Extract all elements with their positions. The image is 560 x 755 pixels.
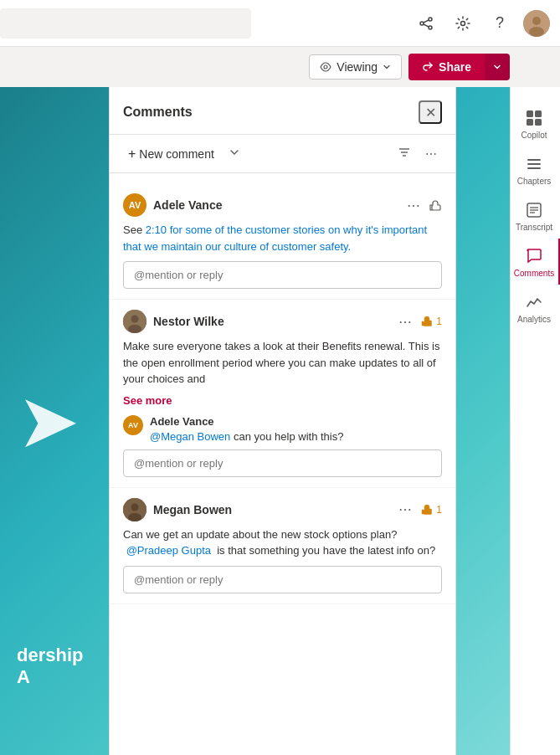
timestamp-link[interactable]: 2:10 xyxy=(146,223,167,236)
comments-more-button[interactable]: ⋯ xyxy=(422,144,442,164)
reply-input[interactable] xyxy=(123,449,442,477)
comment-author-row: Megan Bowen ⋯ 1 xyxy=(123,498,442,521)
like-button[interactable] xyxy=(429,198,442,212)
comments-panel: Comments ✕ + New comment ⋯ AV xyxy=(109,87,456,755)
svg-line-3 xyxy=(424,20,429,23)
comment-author-row: Nestor Wilke ⋯ 1 xyxy=(123,310,442,333)
svg-point-25 xyxy=(131,316,139,323)
reply-author-name: Adele Vance xyxy=(150,415,442,428)
new-comment-dropdown[interactable] xyxy=(226,144,243,163)
comment-body: See 2:10 for some of the customer storie… xyxy=(123,222,442,254)
reply-input[interactable] xyxy=(123,566,442,593)
comment-more-button[interactable]: ⋯ xyxy=(395,500,415,519)
new-comment-label: New comment xyxy=(139,147,213,161)
comments-list: AV Adele Vance ⋯ See 2:10 for some of th… xyxy=(110,173,455,755)
author-name: Megan Bowen xyxy=(153,503,232,516)
svg-line-4 xyxy=(424,24,429,27)
svg-point-1 xyxy=(429,18,432,21)
sort-button[interactable] xyxy=(393,141,415,166)
sidebar-chapters-label: Chapters xyxy=(517,177,552,186)
help-icon[interactable]: ? xyxy=(486,10,513,37)
like-count: 1 xyxy=(436,316,442,327)
svg-point-29 xyxy=(128,513,141,521)
avatar xyxy=(123,498,146,521)
comment-more-button[interactable]: ⋯ xyxy=(395,312,415,331)
comment-actions: ⋯ 1 xyxy=(395,500,442,519)
like-count: 1 xyxy=(436,504,442,516)
reply-avatar: AV xyxy=(123,415,143,435)
viewing-label: Viewing xyxy=(337,60,378,74)
share-button-group: Share xyxy=(408,54,510,80)
reply-input[interactable] xyxy=(123,261,442,289)
reply-content: Adele Vance @Megan Bowen can you help wi… xyxy=(150,415,442,444)
svg-point-8 xyxy=(529,27,544,37)
avatar: AV xyxy=(123,193,146,217)
comment-thread: Megan Bowen ⋯ 1 Can we get an update abo… xyxy=(110,488,455,604)
author-info: Nestor Wilke xyxy=(123,310,224,333)
svg-rect-11 xyxy=(535,110,542,117)
like-button[interactable]: 1 xyxy=(420,503,442,516)
svg-rect-13 xyxy=(535,119,542,126)
comments-title: Comments xyxy=(123,105,193,120)
avatar xyxy=(123,310,146,333)
comment-body: Make sure everyone takes a look at their… xyxy=(123,338,442,388)
svg-point-7 xyxy=(532,17,541,25)
svg-point-26 xyxy=(128,325,141,333)
mention: @Megan Bowen xyxy=(150,430,230,443)
right-sidebar: Copilot Chapters Transcript Comments Ana… xyxy=(510,87,560,755)
connected-apps-icon[interactable] xyxy=(413,10,439,37)
like-button[interactable]: 1 xyxy=(420,315,442,328)
settings-icon[interactable] xyxy=(450,10,476,37)
comments-toolbar: + New comment ⋯ xyxy=(110,135,455,173)
share-label: Share xyxy=(439,60,471,74)
sidebar-item-analytics[interactable]: Analytics xyxy=(511,285,561,331)
mention: @Pradeep Gupta xyxy=(126,544,211,557)
reply-row: AV Adele Vance @Megan Bowen can you help… xyxy=(123,415,442,444)
sidebar-analytics-label: Analytics xyxy=(517,315,551,324)
share-dropdown-button[interactable] xyxy=(485,54,510,80)
see-more-link[interactable]: See more xyxy=(123,394,442,407)
comment-author-row: AV Adele Vance ⋯ xyxy=(123,193,442,217)
share-button[interactable]: Share xyxy=(408,54,485,80)
video-title-line2: A xyxy=(17,666,83,688)
sidebar-item-comments[interactable]: Comments xyxy=(511,239,561,285)
comment-more-button[interactable]: ⋯ xyxy=(403,196,424,215)
author-info: AV Adele Vance xyxy=(123,193,223,217)
comment-actions: ⋯ 1 xyxy=(395,312,442,331)
top-bar: ? xyxy=(0,0,560,47)
svg-point-28 xyxy=(131,503,139,511)
svg-point-5 xyxy=(461,21,465,25)
sidebar-item-copilot[interactable]: Copilot xyxy=(511,100,561,146)
sidebar-transcript-label: Transcript xyxy=(516,223,552,232)
new-comment-button[interactable]: + New comment xyxy=(123,143,219,165)
sidebar-comments-label: Comments xyxy=(514,269,554,278)
close-comments-button[interactable]: ✕ xyxy=(419,100,442,124)
svg-rect-12 xyxy=(527,119,533,126)
comments-header: Comments ✕ xyxy=(110,87,455,135)
user-avatar[interactable] xyxy=(523,10,550,37)
video-title-line1: dership xyxy=(17,645,83,666)
svg-rect-10 xyxy=(527,110,533,117)
sidebar-item-chapters[interactable]: Chapters xyxy=(511,146,561,193)
action-bar: Viewing Share xyxy=(309,47,510,87)
viewing-button[interactable]: Viewing xyxy=(309,54,402,80)
search-box[interactable] xyxy=(0,8,251,39)
svg-point-0 xyxy=(420,22,424,25)
top-bar-icons: ? xyxy=(413,10,550,37)
author-info: Megan Bowen xyxy=(123,498,232,521)
comment-body: Can we get an update about the new stock… xyxy=(123,526,442,559)
sidebar-item-transcript[interactable]: Transcript xyxy=(511,193,561,239)
svg-point-2 xyxy=(429,26,432,29)
comment-thread: AV Adele Vance ⋯ See 2:10 for some of th… xyxy=(110,183,455,300)
reply-body: @Megan Bowen can you help with this? xyxy=(150,429,442,444)
author-name: Adele Vance xyxy=(153,198,223,212)
comment-thread: Nestor Wilke ⋯ 1 Make sure everyone take… xyxy=(110,300,455,488)
comment-actions: ⋯ xyxy=(403,196,442,215)
svg-point-9 xyxy=(324,65,327,69)
sidebar-copilot-label: Copilot xyxy=(521,131,547,140)
author-name: Nestor Wilke xyxy=(153,315,224,328)
